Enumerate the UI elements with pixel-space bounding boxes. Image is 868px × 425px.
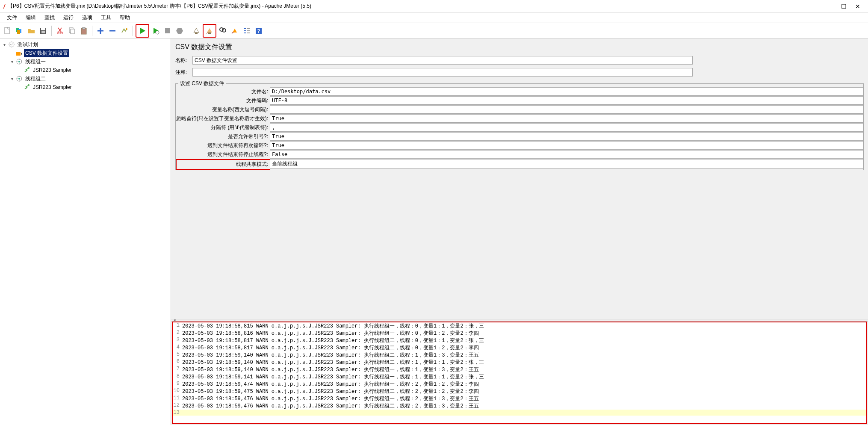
- tree-thread-group-1[interactable]: ▾ 线程组一: [8, 57, 171, 66]
- varnames-input[interactable]: [270, 105, 863, 114]
- name-input[interactable]: [192, 56, 693, 65]
- log-line: 92023-05-03 19:18:59,474 WARN o.a.j.p.j.…: [173, 381, 866, 388]
- toolbar: ?: [0, 23, 868, 38]
- fieldset-legend: 设置 CSV 数据文件: [178, 80, 226, 87]
- search-icon[interactable]: [217, 25, 228, 36]
- svg-point-32: [18, 61, 20, 62]
- collapse-icon[interactable]: ▾: [9, 77, 15, 81]
- svg-rect-6: [41, 31, 45, 33]
- collapse-icon[interactable]: [107, 25, 118, 36]
- svg-rect-0: [5, 27, 9, 34]
- share-label: 线程共享模式:: [176, 159, 270, 170]
- menu-run[interactable]: 运行: [60, 13, 77, 22]
- svg-rect-26: [247, 32, 250, 33]
- open-icon[interactable]: [26, 25, 37, 36]
- varnames-label: 变量名称(西文逗号间隔):: [176, 105, 270, 114]
- filename-input[interactable]: [270, 87, 863, 96]
- svg-point-29: [9, 42, 14, 47]
- clear-all-icon[interactable]: [204, 25, 215, 36]
- svg-rect-17: [195, 32, 198, 34]
- copy-icon[interactable]: [66, 25, 77, 36]
- minimize-button[interactable]: —: [827, 3, 833, 10]
- share-combo[interactable]: 当前线程组: [270, 159, 863, 169]
- ignorefirst-combo[interactable]: True: [270, 114, 863, 123]
- start-icon[interactable]: [137, 25, 148, 36]
- log-line: 52023-05-03 19:18:59,140 WARN o.a.j.p.j.…: [173, 351, 866, 359]
- tree-label: 测试计划: [16, 41, 39, 49]
- svg-rect-10: [71, 29, 74, 34]
- recycle-label: 遇到文件结束符再次循环?:: [176, 141, 270, 150]
- svg-point-14: [156, 31, 159, 34]
- config-icon: [16, 50, 23, 56]
- svg-point-36: [28, 84, 30, 86]
- menu-edit[interactable]: 编辑: [22, 13, 39, 22]
- svg-point-13: [126, 28, 127, 30]
- sampler-icon: [24, 67, 30, 74]
- tree-sampler-1[interactable]: JSR223 Sampler: [15, 66, 171, 74]
- svg-rect-15: [165, 28, 170, 33]
- tree-label: 线程组二: [24, 75, 47, 83]
- help-icon[interactable]: ?: [253, 25, 264, 36]
- recycle-combo[interactable]: True: [270, 141, 863, 150]
- stop-icon[interactable]: [162, 25, 173, 36]
- log-line: 82023-05-03 19:18:59,141 WARN o.a.j.p.j.…: [173, 373, 866, 381]
- svg-rect-24: [247, 28, 250, 29]
- svg-rect-12: [83, 27, 85, 29]
- log-panel[interactable]: 12023-05-03 19:18:58,815 WARN o.a.j.p.j.…: [172, 322, 867, 424]
- shutdown-icon[interactable]: [174, 25, 185, 36]
- stop-label: 遇到文件结束符停止线程?:: [176, 150, 270, 159]
- collapse-icon[interactable]: ▾: [2, 42, 7, 47]
- svg-point-35: [18, 78, 20, 80]
- name-label: 名称:: [175, 57, 192, 64]
- quoted-combo[interactable]: True: [270, 132, 863, 141]
- log-line: 22023-05-03 19:18:58,816 WARN o.a.j.p.j.…: [173, 330, 866, 337]
- menu-tools[interactable]: 工具: [97, 13, 115, 22]
- tree-panel[interactable]: ▾ 测试计划 CSV 数据文件设置 ▾ 线程组一 JSR223 Sampler …: [0, 38, 171, 425]
- svg-rect-21: [244, 28, 246, 29]
- close-button[interactable]: ✕: [855, 3, 860, 10]
- log-line: 32023-05-03 19:18:58,817 WARN o.a.j.p.j.…: [173, 337, 866, 344]
- menu-file[interactable]: 文件: [3, 13, 21, 22]
- delimiter-input[interactable]: [270, 123, 863, 132]
- cut-icon[interactable]: [54, 25, 65, 36]
- panel-title: CSV 数据文件设置: [175, 41, 864, 56]
- tree-thread-group-2[interactable]: ▾ 线程组二: [8, 74, 171, 83]
- templates-icon[interactable]: [14, 25, 25, 36]
- quoted-label: 是否允许带引号?:: [176, 132, 270, 141]
- menu-options[interactable]: 选项: [79, 13, 96, 22]
- log-line: 13: [173, 410, 866, 416]
- toggle-icon[interactable]: [119, 25, 130, 36]
- reset-search-icon[interactable]: [229, 25, 240, 36]
- collapse-icon[interactable]: ▾: [9, 59, 15, 64]
- config-panel: CSV 数据文件设置 名称: 注释: 设置 CSV 数据文件 文件名: 文件编码…: [171, 38, 868, 319]
- stop-combo[interactable]: False: [270, 150, 863, 159]
- tree-label: JSR223 Sampler: [32, 67, 73, 74]
- clear-icon[interactable]: [191, 25, 202, 36]
- start-no-timers-icon[interactable]: [150, 25, 161, 36]
- log-line: 72023-05-03 19:18:59,140 WARN o.a.j.p.j.…: [173, 366, 866, 373]
- svg-marker-16: [176, 28, 183, 34]
- svg-rect-30: [16, 52, 21, 56]
- tree-label: 线程组一: [24, 58, 47, 66]
- menu-help[interactable]: 帮助: [116, 13, 133, 22]
- log-line: 42023-05-03 19:18:58,817 WARN o.a.j.p.j.…: [173, 344, 866, 351]
- encoding-input[interactable]: [270, 96, 863, 105]
- comment-label: 注释:: [175, 69, 192, 76]
- maximize-button[interactable]: ☐: [841, 3, 847, 10]
- threadgroup-icon: [16, 75, 23, 82]
- function-helper-icon[interactable]: [241, 25, 252, 36]
- save-icon[interactable]: [38, 25, 49, 36]
- expand-icon[interactable]: [95, 25, 106, 36]
- menubar: 文件 编辑 查找 运行 选项 工具 帮助: [0, 13, 868, 23]
- tree-csv-config[interactable]: CSV 数据文件设置: [8, 49, 171, 57]
- menu-search[interactable]: 查找: [41, 13, 58, 22]
- comment-input[interactable]: [192, 68, 693, 77]
- paste-icon[interactable]: [78, 25, 89, 36]
- new-icon[interactable]: [2, 25, 13, 36]
- app-icon: /: [3, 3, 5, 10]
- tree-test-plan[interactable]: ▾ 测试计划: [0, 40, 171, 49]
- tree-sampler-2[interactable]: JSR223 Sampler: [15, 83, 171, 91]
- threadgroup-icon: [16, 58, 23, 65]
- filename-label: 文件名:: [176, 87, 270, 96]
- svg-rect-23: [244, 32, 246, 33]
